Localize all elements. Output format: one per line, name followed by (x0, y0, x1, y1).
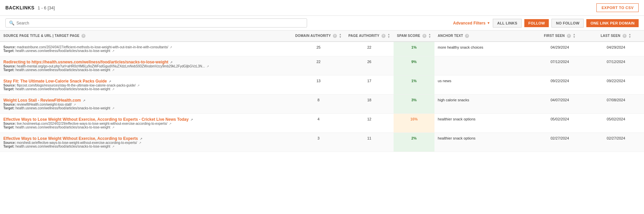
target-external-icon: ↗ (112, 126, 115, 129)
pa-cell: 18 (345, 95, 394, 114)
export-csv-button[interactable]: EXPORT TO CSV (596, 3, 639, 12)
pa-value: 26 (348, 60, 390, 64)
one-link-per-domain-button[interactable]: ONE LINK PER DOMAIN (586, 19, 639, 27)
help-icon-spam: ? (422, 34, 426, 38)
da-value: 4 (295, 117, 342, 121)
col-header-da: DOMAIN AUTHORITY ? ▲▼ (292, 31, 345, 42)
sort-icons-pa[interactable]: ▲▼ (388, 33, 390, 39)
source-cell: Effective Ways to Lose Weight Without Ex… (0, 114, 292, 133)
target-external-icon: ↗ (112, 68, 115, 72)
spam-value: 2% (397, 136, 431, 140)
sort-icons-spam[interactable]: ▲▼ (428, 33, 431, 39)
last-seen-value: 02/27/2024 (591, 136, 641, 140)
sort-icons-last[interactable]: ▲▼ (629, 33, 631, 39)
col-header-first-seen: FIRST SEEN ? ▲▼ (532, 31, 588, 42)
follow-button[interactable]: FOLLOW (524, 19, 549, 27)
first-seen-cell: 05/02/2024 (532, 114, 588, 133)
backlinks-count: 1 - 6 [34] (38, 5, 55, 10)
spam-cell: 3% (394, 95, 434, 114)
source-title-link[interactable]: Weight Loss Stall - ReviewFitHealth.com … (3, 98, 85, 103)
source-cell: Redirecting to https://health.usnews.com… (0, 56, 292, 75)
help-icon-last: ? (623, 34, 627, 38)
table-header: SOURCE PAGE TITLE & URL | TARGET PAGE ? … (0, 31, 644, 42)
spam-value: 9% (397, 60, 431, 64)
source-url: Source: health-mental.org/go-out.php?url… (3, 64, 289, 68)
source-external-icon: ↗ (170, 46, 172, 49)
pa-cell: 12 (345, 114, 394, 133)
source-external-icon: ↗ (73, 103, 76, 106)
source-url: Source: morshedi.se/effective-ways-to-lo… (3, 141, 289, 145)
col-header-anchor: ANCHOR TEXT ? (434, 31, 532, 42)
sort-icons-da[interactable]: ▲▼ (339, 33, 342, 39)
target-external-icon: ↗ (112, 145, 115, 148)
source-url: Source: flipcost.com/blogs/resources/sta… (3, 84, 289, 87)
target-url: Target: health.usnews.com/wellness/food/… (3, 68, 289, 72)
target-url: Target: health.usnews.com/wellness/food/… (3, 87, 289, 91)
pa-cell: 26 (345, 56, 394, 75)
advanced-filters-button[interactable]: Advanced Filters ▼ (453, 21, 490, 25)
source-external-icon: ↗ (139, 141, 141, 145)
source-title-link[interactable]: Effective Ways to Lose Weight Without Ex… (3, 117, 193, 122)
backlinks-table: SOURCE PAGE TITLE & URL | TARGET PAGE ? … (0, 31, 644, 152)
source-url: Source: madrastribune.com/2024/04/27/eff… (3, 45, 289, 49)
first-seen-cell: 07/12/2024 (532, 56, 588, 75)
pa-value: 22 (348, 45, 390, 49)
last-seen-cell: 05/02/2024 (588, 114, 644, 133)
source-title-link[interactable]: Effective Ways to Lose Weight Without Ex… (3, 136, 142, 141)
all-links-button[interactable]: ALL LINKS (493, 19, 522, 28)
anchor-text: high calorie snacks (438, 98, 469, 102)
first-seen-cell: 02/27/2024 (532, 133, 588, 152)
first-seen-value: 04/29/2024 (535, 45, 585, 49)
last-seen-cell: 04/29/2024 (588, 42, 644, 56)
da-cell: 8 (292, 95, 345, 114)
last-seen-cell: 07/08/2024 (588, 95, 644, 114)
col-header-source: SOURCE PAGE TITLE & URL | TARGET PAGE ? (0, 31, 292, 42)
da-value: 13 (295, 79, 342, 83)
first-seen-cell: 04/07/2024 (532, 95, 588, 114)
table-row: Weight Loss Stall - ReviewFitHealth.com … (0, 95, 644, 114)
table-body: Source: madrastribune.com/2024/04/27/eff… (0, 42, 644, 152)
source-cell: Source: madrastribune.com/2024/04/27/eff… (0, 42, 292, 56)
last-seen-value: 04/29/2024 (591, 45, 641, 49)
pa-cell: 22 (345, 42, 394, 56)
target-url: Target: health.usnews.com/wellness/food/… (3, 106, 289, 110)
source-title-link[interactable]: Redirecting to https://health.usnews.com… (3, 60, 173, 64)
anchor-cell: high calorie snacks (434, 95, 532, 114)
first-seen-value: 07/12/2024 (535, 60, 585, 64)
help-icon-pa: ? (382, 34, 386, 38)
filter-bar: 🔍 Advanced Filters ▼ ALL LINKS FOLLOW NO… (0, 16, 644, 31)
help-icon-source: ? (81, 34, 85, 38)
anchor-text: us news (438, 79, 451, 83)
external-link-icon: ↗ (170, 61, 173, 64)
external-link-icon: ↗ (109, 80, 111, 83)
advanced-filters-label: Advanced Filters (453, 21, 485, 25)
external-link-icon: ↗ (140, 137, 142, 141)
pa-value: 12 (348, 117, 390, 121)
source-title-link[interactable]: Stay Fit: The Ultimate Low-Calorie Snack… (3, 79, 111, 84)
table-row: Redirecting to https://health.usnews.com… (0, 56, 644, 75)
last-seen-cell: 09/22/2024 (588, 75, 644, 95)
spam-value: 16% (397, 117, 431, 121)
backlinks-title: BACKLINKS (5, 5, 35, 10)
da-value: 22 (295, 60, 342, 64)
anchor-text: more healthy snack choices (438, 45, 483, 49)
col-header-spam: SPAM SCORE ? ▲▼ (394, 31, 434, 42)
pa-value: 11 (348, 136, 390, 140)
help-icon-da: ? (333, 34, 337, 38)
first-seen-value: 04/07/2024 (535, 98, 585, 102)
no-follow-button[interactable]: NO FOLLOW (551, 19, 584, 28)
source-external-icon: ↗ (207, 65, 209, 68)
da-value: 8 (295, 98, 342, 102)
backlinks-heading: BACKLINKS 1 - 6 [34] (5, 5, 55, 10)
help-icon-anchor: ? (465, 34, 469, 38)
search-input[interactable] (16, 21, 303, 25)
target-url: Target: health.usnews.com/wellness/food/… (3, 145, 289, 148)
sort-icons-first[interactable]: ▲▼ (573, 33, 576, 39)
help-icon-first: ? (567, 34, 571, 38)
source-url: Source: live.hostmeetup.com/2024/02/29/e… (3, 122, 289, 125)
table-row: Effective Ways to Lose Weight Without Ex… (0, 133, 644, 152)
source-cell: Stay Fit: The Ultimate Low-Calorie Snack… (0, 75, 292, 95)
spam-cell: 2% (394, 133, 434, 152)
table-row: Effective Ways to Lose Weight Without Ex… (0, 114, 644, 133)
spam-value: 3% (397, 98, 431, 102)
